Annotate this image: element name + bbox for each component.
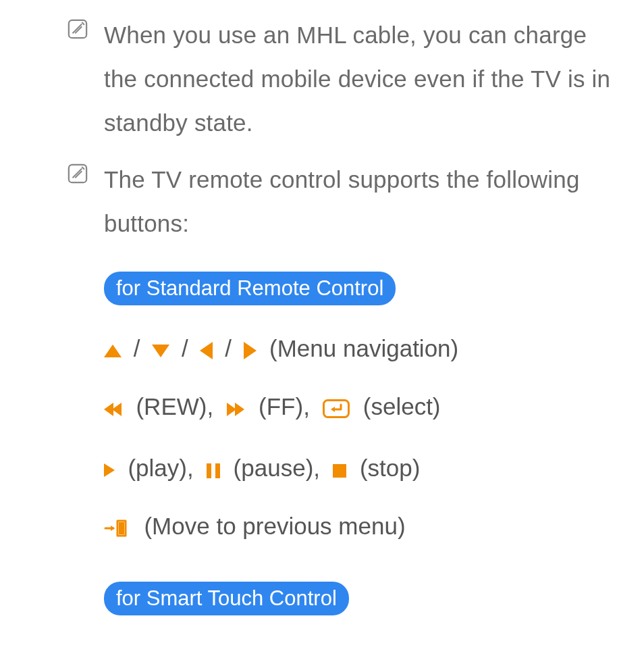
ff-label: (FF), [259, 393, 310, 420]
rewind-icon [104, 403, 123, 416]
nav-buttons-line: / / / (Menu navigation) [104, 330, 617, 367]
badge-standard-remote: for Standard Remote Control [104, 272, 396, 305]
note-icon [68, 163, 88, 184]
enter-select-icon [323, 391, 350, 429]
separator: / [182, 335, 188, 361]
return-line: (Move to previous menu) [104, 507, 617, 549]
note-text: The TV remote control supports the follo… [104, 158, 617, 246]
rew-label: (REW), [136, 393, 213, 420]
menu-nav-label: (Menu navigation) [269, 335, 458, 361]
arrow-left-icon [200, 342, 213, 359]
play-label: (play), [128, 455, 193, 481]
note-text: When you use an MHL cable, you can charg… [104, 14, 617, 145]
transport-line-2: (play), (pause), (stop) [104, 449, 617, 487]
return-icon [104, 511, 131, 549]
stop-label: (stop) [360, 455, 420, 481]
play-icon [104, 463, 115, 477]
fast-forward-icon [227, 403, 246, 416]
remote-buttons-section: for Standard Remote Control / / / (Menu … [104, 259, 617, 625]
note-icon [68, 19, 88, 39]
pause-label: (pause), [234, 455, 320, 481]
separator: / [134, 335, 140, 361]
prev-menu-label: (Move to previous menu) [144, 513, 405, 539]
note-item: When you use an MHL cable, you can charg… [68, 14, 617, 145]
arrow-right-icon [244, 342, 257, 359]
badge-smart-touch: for Smart Touch Control [104, 582, 349, 615]
separator: / [225, 335, 232, 361]
pause-icon [207, 463, 220, 478]
arrow-down-icon [152, 345, 169, 357]
select-label: (select) [363, 393, 441, 420]
stop-icon [333, 464, 346, 478]
note-item: The TV remote control supports the follo… [68, 158, 617, 246]
arrow-up-icon [104, 345, 122, 357]
document-content: When you use an MHL cable, you can charg… [0, 0, 644, 625]
transport-line-1: (REW), (FF), (select) [104, 388, 617, 429]
svg-rect-3 [119, 522, 124, 534]
